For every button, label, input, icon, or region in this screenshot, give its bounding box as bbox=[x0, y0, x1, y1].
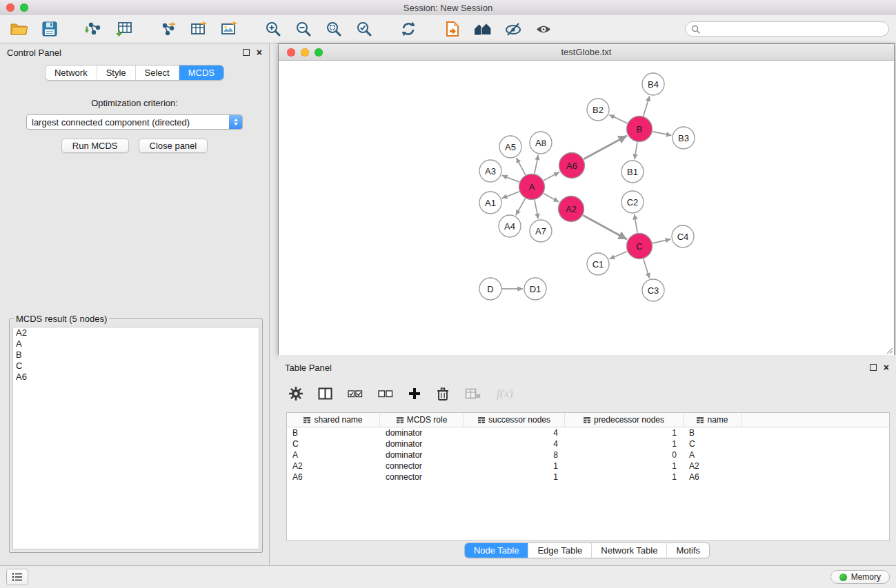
graph-edge-A-A4[interactable] bbox=[516, 199, 526, 215]
mcds-result-item[interactable]: A6 bbox=[13, 372, 259, 383]
table-cell[interactable]: dominator bbox=[380, 438, 464, 449]
graph-edge-B-B2[interactable] bbox=[609, 115, 627, 123]
table-settings-button[interactable] bbox=[289, 387, 303, 401]
select-all-columns-button[interactable] bbox=[348, 387, 363, 401]
graph-edge-C-C4[interactable] bbox=[653, 239, 670, 243]
export-network-button[interactable] bbox=[156, 18, 181, 40]
deselect-all-columns-button[interactable] bbox=[378, 387, 393, 401]
export-image-button[interactable] bbox=[217, 18, 241, 40]
table-row[interactable]: Bdominator41B bbox=[287, 427, 889, 438]
table-cell[interactable]: B bbox=[287, 427, 380, 438]
graph-edge-C-C1[interactable] bbox=[610, 252, 628, 259]
vertical-splitter[interactable] bbox=[270, 43, 278, 565]
table-cell[interactable]: A6 bbox=[287, 472, 380, 483]
graph-edge-A2-C[interactable] bbox=[583, 215, 627, 239]
close-panel-button[interactable]: Close panel bbox=[139, 139, 208, 153]
command-panel-button[interactable] bbox=[6, 569, 28, 585]
zoom-out-button[interactable] bbox=[291, 18, 316, 40]
table-cell[interactable]: 8 bbox=[464, 449, 565, 460]
table-cell-filler[interactable] bbox=[742, 438, 889, 449]
table-cell[interactable]: A6 bbox=[684, 472, 742, 483]
table-cell[interactable]: 1 bbox=[464, 460, 565, 472]
table-cell[interactable]: 1 bbox=[464, 472, 565, 483]
table-cell[interactable]: A bbox=[684, 449, 742, 460]
export-table-button[interactable] bbox=[186, 18, 211, 40]
show-hide-button[interactable] bbox=[531, 18, 556, 40]
create-column-button[interactable] bbox=[408, 387, 421, 400]
table-row[interactable]: Cdominator41C bbox=[287, 438, 889, 449]
table-row[interactable]: A6connector11A6 bbox=[287, 472, 889, 483]
graph-edge-A-A1[interactable] bbox=[502, 192, 519, 199]
table-cell[interactable]: connector bbox=[380, 460, 464, 472]
tab-edge-table[interactable]: Edge Table bbox=[528, 543, 592, 558]
table-cell[interactable]: 4 bbox=[464, 438, 565, 449]
graph-edge-B-B4[interactable] bbox=[644, 96, 650, 116]
search-input[interactable] bbox=[704, 23, 883, 35]
graph-edge-A-A7[interactable] bbox=[535, 200, 539, 219]
import-network-button[interactable] bbox=[81, 18, 106, 40]
open-network-url-button[interactable] bbox=[440, 18, 465, 40]
table-cell[interactable]: 1 bbox=[565, 438, 684, 449]
graph-edge-C-C3[interactable] bbox=[644, 259, 650, 278]
toggle-graphics-details-button[interactable] bbox=[501, 18, 526, 40]
mcds-result-list[interactable]: A2ABCA6 bbox=[12, 327, 259, 549]
memory-button[interactable]: Memory bbox=[830, 570, 890, 584]
zoom-window-icon[interactable] bbox=[20, 3, 28, 12]
zoom-selected-button[interactable] bbox=[352, 18, 377, 40]
table-row[interactable]: A2connector11A2 bbox=[287, 460, 889, 472]
tab-select[interactable]: Select bbox=[136, 65, 179, 80]
close-table-panel-icon[interactable]: × bbox=[884, 363, 889, 372]
table-cell-filler[interactable] bbox=[742, 427, 889, 438]
graph-edge-A-A5[interactable] bbox=[517, 158, 526, 175]
delete-table-button[interactable] bbox=[465, 387, 481, 400]
table-cell[interactable]: C bbox=[684, 438, 742, 449]
table-cell[interactable]: connector bbox=[380, 472, 464, 483]
zoom-in-button[interactable] bbox=[261, 18, 286, 40]
table-cell[interactable]: dominator bbox=[380, 427, 464, 438]
column-header-shared-name[interactable]: shared name bbox=[287, 413, 380, 427]
zoom-fit-button[interactable] bbox=[321, 18, 346, 40]
tab-node-table[interactable]: Node Table bbox=[465, 543, 529, 558]
table-cell-filler[interactable] bbox=[742, 472, 889, 483]
run-mcds-button[interactable]: Run MCDS bbox=[61, 139, 129, 153]
graph-edge-A-A6[interactable] bbox=[544, 172, 559, 181]
graph-edge-A-A3[interactable] bbox=[502, 175, 519, 182]
mcds-result-item[interactable]: C bbox=[13, 361, 259, 372]
tab-motifs[interactable]: Motifs bbox=[667, 543, 709, 558]
tab-network[interactable]: Network bbox=[46, 65, 97, 80]
graph-edge-B-B1[interactable] bbox=[635, 142, 637, 159]
table-cell[interactable]: 1 bbox=[565, 427, 684, 438]
graph-edge-B-B3[interactable] bbox=[653, 132, 671, 136]
table-cell[interactable]: 1 bbox=[565, 472, 684, 483]
table-row[interactable]: Adominator80A bbox=[287, 449, 889, 460]
delete-column-button[interactable] bbox=[436, 387, 450, 401]
table-cell-filler[interactable] bbox=[742, 449, 889, 460]
graph-edge-A6-B[interactable] bbox=[584, 136, 627, 159]
table-cell[interactable]: 4 bbox=[464, 427, 565, 438]
graph-edge-A-A8[interactable] bbox=[535, 155, 539, 174]
close-panel-icon[interactable]: × bbox=[257, 48, 262, 57]
table-cell[interactable]: A2 bbox=[684, 460, 742, 472]
optimization-criterion-select[interactable]: largest connected component (directed) bbox=[26, 114, 243, 130]
graph-edge-C-C2[interactable] bbox=[635, 214, 637, 233]
column-header-mcds-role[interactable]: MCDS role bbox=[380, 413, 464, 427]
mcds-result-item[interactable]: A2 bbox=[13, 327, 259, 338]
table-cell[interactable]: B bbox=[684, 427, 742, 438]
table-cell[interactable]: 0 bbox=[565, 449, 684, 460]
tab-style[interactable]: Style bbox=[97, 65, 136, 80]
network-window-titlebar[interactable]: testGlobe.txt bbox=[279, 44, 894, 61]
show-columns-button[interactable] bbox=[318, 387, 332, 401]
table-cell-filler[interactable] bbox=[742, 460, 889, 472]
column-header-predecessor-nodes[interactable]: predecessor nodes bbox=[565, 413, 684, 427]
tab-network-table[interactable]: Network Table bbox=[592, 543, 667, 558]
float-table-panel-icon[interactable] bbox=[870, 364, 877, 371]
save-session-button[interactable] bbox=[37, 18, 62, 40]
open-session-button[interactable] bbox=[7, 18, 32, 40]
show-all-networks-button[interactable] bbox=[470, 18, 495, 40]
close-window-icon[interactable] bbox=[6, 3, 14, 12]
graph-edge-A-A2[interactable] bbox=[544, 194, 559, 203]
table-cell[interactable]: dominator bbox=[380, 449, 464, 460]
table-cell[interactable]: C bbox=[287, 438, 380, 449]
column-header-successor-nodes[interactable]: successor nodes bbox=[464, 413, 565, 427]
apply-layout-button[interactable] bbox=[396, 18, 421, 40]
